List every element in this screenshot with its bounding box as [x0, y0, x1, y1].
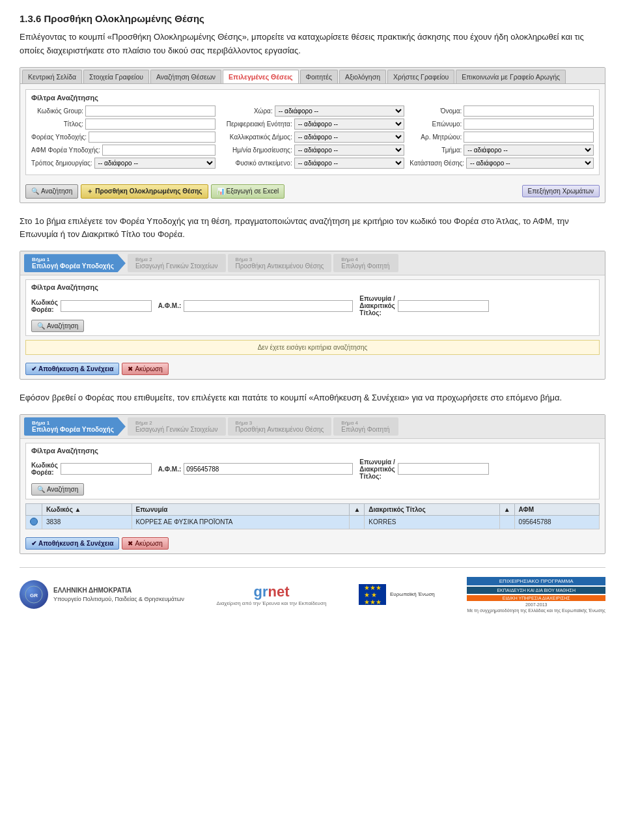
- color-explanation-button[interactable]: Επεξήγηση Χρωμάτων: [522, 185, 600, 197]
- grnet-section: grnet Διαχείριση από την Έρευνα και την …: [217, 583, 327, 606]
- tab-stoixeia[interactable]: Στοιχεία Γραφείου: [83, 70, 149, 83]
- select-perifereiaki[interactable]: -- αδιάφορο --: [294, 119, 405, 130]
- tab-xristes[interactable]: Χρήστες Γραφείου: [387, 70, 454, 83]
- col-epwnyмia[interactable]: Επωνυμία: [132, 503, 350, 515]
- fcol-epwnymo: Επώνυμο:: [410, 119, 594, 130]
- select-kallikratikos[interactable]: -- αδιάφορο --: [294, 132, 405, 143]
- fcol-fysiko: Φυσικό αντικείμενο: -- αδιάφορο --: [221, 158, 405, 169]
- warning-bar-2: Δεν έχετε εισάγει κριτήρια αναζήτησης: [25, 340, 600, 355]
- tab-anazitisi[interactable]: Αναζήτηση Θέσεων: [150, 70, 221, 83]
- label-hm-dimosieysis: Ημ/νία δημοσίευσης:: [221, 147, 292, 154]
- para3: Εφόσον βρεθεί ο Φορέας που επιθυμείτε, τ…: [20, 391, 605, 405]
- select-hm-dimosieysis[interactable]: -- αδιάφορο --: [294, 145, 405, 156]
- col-afm[interactable]: ΑΦΜ: [514, 503, 599, 515]
- fcol-kwdikos: Κωδικός Group:: [31, 105, 215, 117]
- save-continue-button-2[interactable]: ✔ Αποθήκευση & Συνέχεια: [25, 363, 119, 375]
- page-container: 1.3.6 Προσθήκη Ολοκληρωμένης Θέσης Επιλέ…: [0, 0, 625, 626]
- fcol-hm-dimosieysis: Ημ/νία δημοσίευσης: -- αδιάφορο --: [221, 145, 405, 156]
- search-button-2[interactable]: 🔍 Αναζήτηση: [31, 320, 84, 332]
- intro-paragraph: Επιλέγοντας το κουμπί «Προσθήκη Ολοκληρω…: [20, 31, 605, 58]
- search-button-row-3: 🔍 Αναζήτηση: [31, 483, 594, 496]
- input-afm-3[interactable]: [184, 463, 353, 475]
- step-1-active-3: Βήμα 1 Επιλογή Φορέα Υποδοχής: [24, 417, 126, 436]
- select-tropos[interactable]: -- αδιάφορο --: [94, 158, 215, 169]
- input-ar-mitrwou[interactable]: [464, 132, 594, 143]
- add-completed-position-button[interactable]: ＋ Προσθήκη Ολοκληρωμένης Θέσης: [81, 184, 208, 199]
- input-kwdikos-forea-3[interactable]: [61, 463, 152, 475]
- input-epwnyмia-3[interactable]: [398, 463, 489, 475]
- search-icon-1: 🔍: [31, 188, 39, 195]
- bottom-action-2: ✔ Αποθήκευση & Συνέχεια ✖ Ακύρωση: [20, 359, 605, 379]
- action-bar-1: 🔍 Αναζήτηση ＋ Προσθήκη Ολοκληρωμένης Θέσ…: [20, 180, 605, 203]
- results-table-3: Κωδικός ▲ Επωνυμία ▲ Διακριτικός Τίτλος …: [25, 503, 600, 529]
- step-filter-box-2: Φίλτρα Αναζήτησης ΚωδικόςΦορέα: Α.Φ.Μ.: …: [25, 279, 600, 336]
- cancel-icon-3: ✖: [128, 540, 133, 547]
- screenshot-1: Κεντρική Σελίδα Στοιχεία Γραφείου Αναζήτ…: [20, 67, 605, 203]
- input-titlos[interactable]: [85, 119, 215, 130]
- input-epwnyмia-2[interactable]: [398, 300, 489, 312]
- label-katastasi: Κατάσταση Θέσης:: [410, 160, 464, 167]
- tab-epikoinwnia[interactable]: Επικοινωνία με Γραφείο Αρωγής: [456, 70, 566, 83]
- input-afm-2[interactable]: [184, 300, 353, 312]
- select-tmhma[interactable]: -- αδιάφορο --: [464, 145, 594, 156]
- field-kwdikos-forea-3: ΚωδικόςΦορέα:: [31, 462, 152, 476]
- grnet-logo: grnet: [253, 583, 289, 600]
- col-radio: [26, 503, 42, 515]
- search-button-3[interactable]: 🔍 Αναζήτηση: [31, 483, 84, 496]
- step-2: Βήμα 2 Εισαγωγή Γενικών Στοιχείων: [128, 254, 226, 272]
- select-xwra[interactable]: -- αδιάφορο --: [275, 105, 405, 117]
- label-epwnyмia-2: Επωνυμία /ΔιακριτικόςΤίτλος:: [359, 295, 395, 316]
- excel-export-button[interactable]: 📊 Εξαγωγή σε Excel: [211, 184, 285, 199]
- select-fysiko[interactable]: -- αδιάφορο --: [294, 158, 405, 169]
- search-icon-2: 🔍: [37, 322, 45, 329]
- svg-text:GR: GR: [30, 593, 38, 598]
- label-epwnymo: Επώνυμο:: [410, 120, 462, 128]
- section-heading: 1.3.6 Προσθήκη Ολοκληρωμένης Θέσης: [20, 13, 605, 24]
- col-diakritikos[interactable]: Διακριτικός Τίτλος: [365, 503, 499, 515]
- col-diakritikos-sort[interactable]: ▲: [499, 503, 514, 515]
- step-filter-box-3: Φίλτρα Αναζήτησης ΚωδικόςΦορέα: Α.Φ.Μ.: …: [25, 443, 600, 499]
- espa-mid-label: ΕΚΠΑΙΔΕΥΣΗ ΚΑΙ ΔΙΑ ΒΙΟΥ ΜΑΘΗΣΗ: [467, 587, 605, 594]
- cell-kwdikos: 3838: [42, 515, 132, 529]
- save-icon-2: ✔: [31, 365, 36, 372]
- screenshot-3: Βήμα 1 Επιλογή Φορέα Υποδοχής Βήμα 2 Εισ…: [20, 414, 605, 554]
- save-continue-button-3[interactable]: ✔ Αποθήκευση & Συνέχεια: [25, 537, 119, 550]
- eu-flag-icon: ★★★★ ★★★★: [359, 584, 386, 605]
- table-row[interactable]: 3838 ΚΟΡΡΕΣ ΑΕ ΦΥΣΙΚΑ ΠΡΟΪΟΝΤΑ KORRES 09…: [26, 515, 600, 529]
- field-epwnyмia-2: Επωνυμία /ΔιακριτικόςΤίτλος:: [359, 295, 488, 316]
- action-bar-left-1: 🔍 Αναζήτηση ＋ Προσθήκη Ολοκληρωμένης Θέσ…: [25, 184, 285, 199]
- excel-icon: 📊: [217, 188, 225, 195]
- radio-cell[interactable]: [26, 515, 42, 529]
- input-onoma[interactable]: [464, 105, 594, 117]
- espa-section: ΕΠΙΧΕΙΡΗΣΙΑΚΟ ΠΡΟΓΡΑΜΜΑ ΕΚΠΑΙΔΕΥΣΗ ΚΑΙ Δ…: [467, 577, 605, 613]
- label-tropos: Τρόπος δημιουργίας:: [31, 160, 92, 167]
- fcol-kallikratikos: Καλλικρατικός Δήμος: -- αδιάφορο --: [221, 132, 405, 143]
- input-foreas[interactable]: [89, 132, 215, 143]
- input-epwnymo[interactable]: [464, 119, 594, 130]
- fcol-onoma: Όνομα:: [410, 105, 594, 117]
- col-epwnyмia-sort[interactable]: ▲: [350, 503, 365, 515]
- fcol-xwra: Χώρα: -- αδιάφορο --: [221, 105, 405, 117]
- radio-selected[interactable]: [30, 518, 38, 525]
- col-kwdikos[interactable]: Κωδικός ▲: [42, 503, 132, 515]
- fcol-foreas: Φορέας Υποδοχής:: [31, 132, 215, 143]
- input-afm-foreas[interactable]: [102, 145, 215, 156]
- tab-axiologisi[interactable]: Αξιολόγηση: [339, 70, 386, 83]
- cancel-button-3[interactable]: ✖ Ακύρωση: [122, 537, 168, 550]
- field-epwnyмia-3: Επωνυμία /ΔιακριτικόςΤίτλος:: [359, 458, 488, 480]
- nav-bar-1: Κεντρική Σελίδα Στοιχεία Γραφείου Αναζήτ…: [20, 68, 605, 84]
- bottom-left-2: ✔ Αποθήκευση & Συνέχεια ✖ Ακύρωση: [25, 363, 169, 375]
- bottom-left-3: ✔ Αποθήκευση & Συνέχεια ✖ Ακύρωση: [25, 537, 169, 550]
- cell-afm: 095645788: [514, 515, 599, 529]
- search-button-1[interactable]: 🔍 Αναζήτηση: [25, 184, 78, 199]
- select-katastasi[interactable]: -- αδιάφορο --: [466, 158, 594, 169]
- tab-foitites[interactable]: Φοιτητές: [300, 70, 338, 83]
- tab-epilegmenes[interactable]: Επιλεγμένες Θέσεις: [223, 70, 298, 83]
- cell-epwnyмia-sort: [350, 515, 365, 529]
- input-kwdikos-group[interactable]: [85, 105, 215, 117]
- tab-kentrikisselida[interactable]: Κεντρική Σελίδα: [22, 70, 82, 83]
- grnet-subtitle: Διαχείριση από την Έρευνα και την Εκπαίδ…: [217, 600, 327, 606]
- fcol-ar-mitrwou: Αρ. Μητρώου:: [410, 132, 594, 143]
- cancel-button-2[interactable]: ✖ Ακύρωση: [122, 363, 168, 375]
- input-kwdikos-forea-2[interactable]: [61, 300, 152, 312]
